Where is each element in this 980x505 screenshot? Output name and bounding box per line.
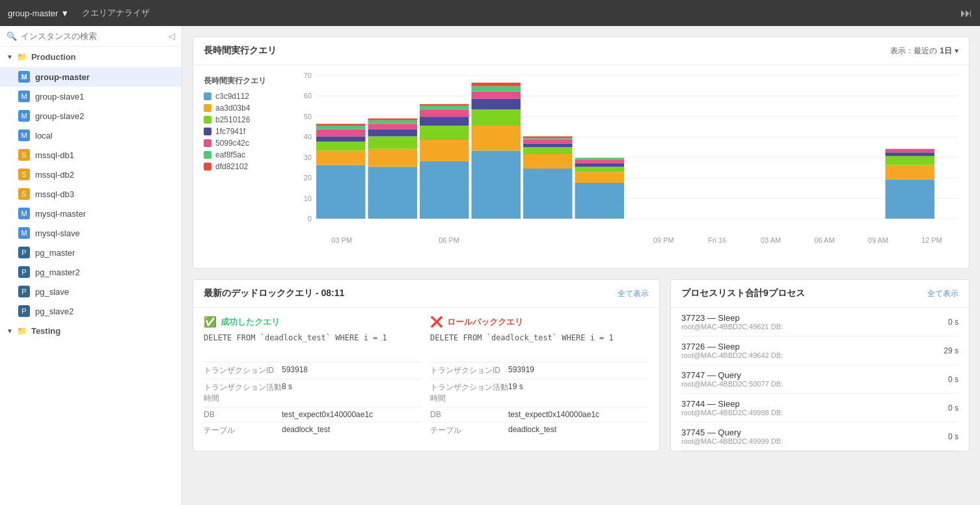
long-query-card: 長時間実行クエリ 表示：最近の 1日 ▾ 長時間実行クエリ c3c9d112aa… [193, 36, 970, 269]
sidebar-item-pg_slave2[interactable]: Ppg_slave2 [0, 301, 182, 321]
x-label-2: 06 PM [422, 236, 476, 244]
x-label-0: 03 PM [315, 236, 368, 244]
chart-title: 長時間実行クエリ [204, 75, 282, 87]
time-dropdown-icon[interactable]: ▾ [955, 46, 959, 55]
detail-row-table-r: テーブル deadlock_test [430, 422, 649, 439]
chart-legend: c3c9d112aa3d03b4b25101261fc7941f5099c42c… [204, 92, 282, 171]
success-query: DELETE FROM `deadlock_test` WHERE i = 1 [204, 333, 422, 354]
bar-segment [575, 172, 625, 184]
sidebar-item-group-slave2[interactable]: Mgroup-slave2 [0, 106, 182, 126]
sidebar-item-pg_slave[interactable]: Ppg_slave [0, 282, 182, 301]
x-label-4 [530, 236, 583, 244]
back-icon[interactable]: ◁ [169, 31, 175, 41]
process-header: プロセスリスト合計9プロセス 全て表示 [671, 280, 969, 308]
x-label-6: 09 PM [637, 236, 690, 244]
bar-segment [316, 137, 366, 142]
bar-segment [316, 124, 366, 126]
deadlock-panels: ✅ 成功したクエリ DELETE FROM `deadlock_test` WH… [193, 308, 659, 446]
testing-group-header[interactable]: ▼ 📁 Testing [0, 321, 182, 341]
bar-segment [316, 165, 366, 219]
sidebar-item-pg_master[interactable]: Ppg_master [0, 243, 182, 262]
sidebar-item-mysql-master[interactable]: Mmysql-master [0, 204, 182, 223]
detail-value-db-s: test_expect0x140000ae1c [282, 410, 373, 419]
process-item[interactable]: 37747 — Query root@MAC-4BBD2C:50077 DB: … [681, 365, 959, 394]
x-label-3 [476, 236, 529, 244]
process-sub: root@MAC-4BBD2C:50077 DB: [681, 380, 783, 388]
bar-segment [523, 169, 573, 219]
instance-name: group-master [8, 8, 58, 18]
instance-name-label: pg_slave2 [35, 307, 74, 316]
production-items: Mgroup-masterMgroup-slave1Mgroup-slave2M… [0, 67, 182, 321]
bar-segment [368, 118, 418, 120]
bar-segment [472, 92, 521, 99]
bar-segment [886, 149, 935, 153]
process-time: 29 s [944, 346, 959, 355]
bar-segment [886, 156, 935, 165]
sidebar-item-pg_master2[interactable]: Ppg_master2 [0, 262, 182, 282]
bar-segment [523, 147, 573, 154]
production-group-header[interactable]: ▼ 📁 Production [0, 47, 182, 67]
bar-segment [420, 161, 469, 219]
bar-segment [316, 126, 366, 130]
detail-value-db-r: test_expect0x140000ae1c [508, 410, 599, 419]
sidebar-item-mssql-db1[interactable]: Smssql-db1 [0, 145, 182, 165]
success-label: 成功したクエリ [221, 316, 280, 328]
process-time: 0 s [948, 403, 959, 413]
process-name: 37726 — Sleep [681, 342, 783, 351]
process-show-all[interactable]: 全て表示 [927, 288, 959, 299]
process-item[interactable]: 37745 — Query root@MAC-4BBD2C:49999 DB: … [681, 422, 959, 451]
sidebar-item-group-master[interactable]: Mgroup-master [0, 67, 182, 87]
bar-segment [368, 124, 418, 129]
long-query-header: 長時間実行クエリ 表示：最近の 1日 ▾ [193, 37, 969, 65]
sidebar-item-mssql-db2[interactable]: Smssql-db2 [0, 165, 182, 184]
bar-segment [368, 167, 418, 219]
detail-label-txid-r: トランザクションID [430, 365, 508, 376]
instance-selector[interactable]: group-master ▼ [8, 8, 69, 18]
page-title: クエリアナライザ [82, 7, 150, 19]
bar-segment [316, 151, 366, 165]
process-item[interactable]: 37726 — Sleep root@MAC-4BBD2C:49642 DB: … [681, 336, 959, 365]
legend-item-b2510126: b2510126 [204, 115, 282, 124]
long-query-title: 長時間実行クエリ [204, 45, 277, 57]
sidebar-item-group-slave1[interactable]: Mgroup-slave1 [0, 87, 182, 106]
sidebar-item-mssql-db3[interactable]: Smssql-db3 [0, 184, 182, 204]
search-input[interactable] [21, 31, 165, 41]
process-info: 37745 — Query root@MAC-4BBD2C:49999 DB: [681, 428, 783, 445]
process-item[interactable]: 37723 — Sleep root@MAC-4BBD2C:49621 DB: … [681, 308, 959, 336]
deadlock-card: 最新のデッドロッククエリ - 08:11 全て表示 ✅ 成功したクエリ DELE… [193, 279, 660, 452]
detail-row-activity-r: トランザクション活動時間 19 s [430, 379, 649, 407]
chevron-down-icon2: ▼ [7, 327, 13, 334]
instance-name-label: pg_slave [35, 287, 69, 297]
sidebar-item-mysql-slave[interactable]: Mmysql-slave [0, 223, 182, 243]
sidebar-item-local[interactable]: Mlocal [0, 126, 182, 145]
bar-segment [420, 106, 469, 110]
chevron-down-icon: ▼ [7, 53, 13, 61]
bar-segment [420, 104, 469, 106]
legend-dot [204, 104, 211, 112]
instance-name-label: group-slave1 [35, 92, 84, 102]
process-item[interactable]: 37744 — Sleep root@MAC-4BBD2C:49998 DB: … [681, 394, 959, 422]
time-display: 表示：最近の 1日 ▾ [890, 46, 959, 57]
detail-row-db-r: DB test_expect0x140000ae1c [430, 407, 649, 422]
bar-segment [472, 99, 521, 110]
rollback-query: DELETE FROM `deadlock_test` WHERE i = 1 [430, 333, 649, 354]
legend-dot [204, 163, 211, 171]
deadlock-header: 最新のデッドロッククエリ - 08:11 全て表示 [193, 280, 659, 308]
topbar-nav-icon[interactable]: ⏭ [960, 7, 972, 20]
instance-name-label: group-master [35, 72, 90, 82]
instance-name-label: mssql-db1 [35, 150, 74, 160]
search-bar: 🔍 ◁ [0, 26, 182, 47]
deadlock-show-all[interactable]: 全て表示 [618, 288, 649, 299]
bar-segment [575, 158, 625, 160]
rollback-detail-table: トランザクションID 593919 トランザクション活動時間 19 s DB t… [430, 362, 649, 439]
display-label: 表示：最近の [890, 46, 937, 57]
detail-value-table-s: deadlock_test [282, 425, 330, 436]
legend-item-eaf8f5ac: eaf8f5ac [204, 150, 282, 159]
bottom-section: 最新のデッドロッククエリ - 08:11 全て表示 ✅ 成功したクエリ DELE… [193, 279, 970, 452]
process-title: プロセスリスト合計9プロセス [681, 288, 805, 299]
instance-name-label: mysql-slave [35, 228, 80, 238]
svg-text:60: 60 [304, 92, 312, 100]
x-label-7: Fri 16 [690, 236, 744, 244]
instance-icon: P [18, 286, 30, 297]
bar-segment [420, 116, 469, 126]
